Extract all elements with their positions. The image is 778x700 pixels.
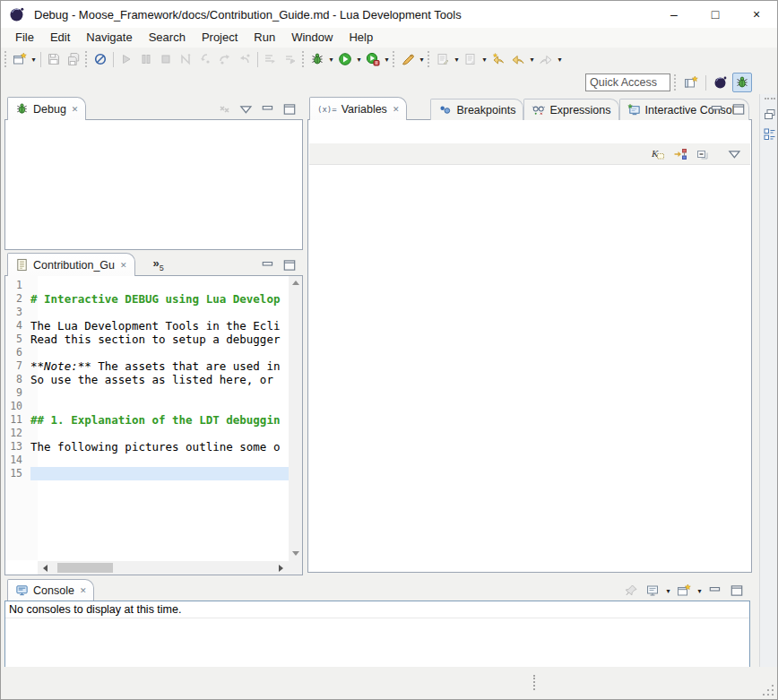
tab-editor-close-icon[interactable]: ✕ [120,261,127,270]
disconnect-button[interactable] [176,49,195,69]
editor-minimize-button[interactable] [258,255,278,275]
display-console-dropdown[interactable]: ▾ [664,587,672,595]
forward-dropdown[interactable]: ▾ [556,56,564,64]
console-minimize-button[interactable] [705,581,725,601]
window-minimize-button[interactable]: – [653,1,695,28]
remove-all-terminated-button[interactable] [215,99,235,119]
debug-dropdown[interactable]: ▾ [327,56,335,64]
line-number[interactable]: 7 [5,359,30,373]
use-step-filters-button[interactable] [261,49,281,69]
new-lua-file-button[interactable] [433,49,453,69]
variables-view-minimize-button[interactable] [707,99,727,119]
external-tools-button[interactable] [398,49,418,69]
menu-navigate[interactable]: Navigate [78,28,140,48]
line-number[interactable]: 13 [5,440,30,454]
menu-file[interactable]: File [7,28,42,48]
skip-all-breakpoints-button[interactable] [91,49,110,69]
pin-console-button[interactable] [621,581,641,601]
console-maximize-button[interactable] [727,581,747,601]
line-number[interactable]: 4 [5,319,30,333]
open-element-dropdown[interactable]: ▾ [480,56,488,64]
lua-perspective-button[interactable] [711,73,730,92]
last-edit-location-button[interactable] [488,49,508,69]
resume-button[interactable] [117,49,136,69]
step-return-button[interactable] [235,49,255,69]
toolbar-drag-handle[interactable] [428,51,430,67]
scroll-down-arrow[interactable] [292,551,299,556]
console-content[interactable]: No consoles to display at this time. [4,601,750,669]
menu-run[interactable]: Run [246,28,283,48]
back-dropdown[interactable]: ▾ [528,56,536,64]
debug-button[interactable] [307,49,327,69]
tab-expressions[interactable]: Expressions [523,99,618,120]
open-element-button[interactable] [461,49,480,69]
tab-variables[interactable]: (x)= Variables ✕ [309,97,407,120]
save-all-button[interactable] [64,49,83,69]
editor-vertical-scrollbar[interactable] [289,276,302,560]
line-number[interactable]: 3 [5,306,30,319]
run-button[interactable] [335,49,355,69]
tab-console[interactable]: Console ✕ [7,579,94,601]
debug-view-menu-button[interactable] [237,99,256,119]
debug-view-minimize-button[interactable] [258,99,278,119]
menu-project[interactable]: Project [194,28,246,48]
line-number[interactable]: 6 [5,346,30,359]
tab-breakpoints[interactable]: Breakpoints [430,99,523,120]
editor-text-area[interactable]: 12# Interactive DEBUG using Lua Develop3… [5,276,289,560]
variables-view-content[interactable]: K [307,119,752,573]
menu-help[interactable]: Help [341,28,381,48]
menu-window[interactable]: Window [283,28,341,48]
show-logical-structures-button[interactable] [670,144,690,164]
coverage-button[interactable] [363,49,383,69]
debug-view-content[interactable] [4,119,303,250]
debug-perspective-button[interactable] [732,73,752,92]
back-button[interactable] [508,49,528,69]
display-selected-console-button[interactable] [643,581,662,601]
line-number[interactable]: 14 [5,454,30,467]
line-number[interactable]: 1 [5,279,30,292]
scroll-left-arrow[interactable] [43,565,48,572]
coverage-dropdown[interactable]: ▾ [383,56,391,64]
debug-view-maximize-button[interactable] [280,99,299,119]
new-lua-file-dropdown[interactable]: ▾ [453,56,461,64]
tab-variables-close-icon[interactable]: ✕ [393,105,400,114]
menu-edit[interactable]: Edit [42,28,78,48]
trim-drag-handle[interactable] [765,98,775,99]
run-dropdown[interactable]: ▾ [355,56,363,64]
window-close-button[interactable]: × [736,1,777,28]
line-number[interactable]: 5 [5,333,30,346]
editor-maximize-button[interactable] [280,255,299,275]
external-tools-dropdown[interactable]: ▾ [418,56,426,64]
new-wizard-dropdown[interactable]: ▾ [30,56,38,64]
variables-view-menu-button[interactable] [725,144,745,164]
line-number[interactable]: 10 [5,400,30,413]
menu-search[interactable]: Search [141,28,194,48]
toolbar-drag-handle[interactable] [85,51,88,67]
tab-debug-close-icon[interactable]: ✕ [72,105,79,114]
toolbar-drag-handle[interactable] [302,51,305,67]
variables-view-maximize-button[interactable] [729,99,748,119]
status-drag-handle[interactable] [533,675,535,690]
line-number[interactable]: 15 [5,467,30,480]
show-type-names-button[interactable]: K [648,144,668,164]
tab-editor-contribution-guide[interactable]: Contribution_Gu ✕ [7,253,135,276]
terminate-button[interactable] [156,49,176,69]
outline-view-button[interactable] [762,126,778,143]
new-wizard-button[interactable] [10,49,30,69]
line-number[interactable]: 2 [5,292,30,306]
line-number[interactable]: 12 [5,427,30,440]
save-button[interactable] [44,49,64,69]
scroll-up-arrow[interactable] [292,281,299,285]
tab-debug[interactable]: Debug ✕ [7,97,86,120]
open-console-button[interactable] [674,581,694,601]
scroll-right-arrow[interactable] [279,565,283,572]
toolbar-drag-handle[interactable] [674,74,677,91]
open-perspective-button[interactable] [681,73,701,92]
editor-horizontal-scrollbar[interactable] [38,561,289,575]
collapse-all-button[interactable] [693,144,713,164]
resize-grip-icon[interactable] [761,683,775,697]
line-number[interactable]: 11 [5,413,30,427]
suspend-button[interactable] [136,49,156,69]
line-number[interactable]: 9 [5,386,30,400]
open-console-dropdown[interactable]: ▾ [696,587,704,595]
